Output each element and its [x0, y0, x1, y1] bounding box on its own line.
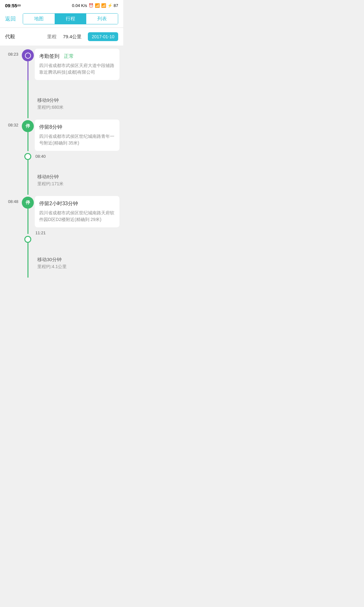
event-status-1: 正常 [64, 53, 74, 59]
event-title-3: 停留2小时33分钟 [39, 200, 115, 207]
event-card-2: 停留8分钟 四川省成都市武侯区世纪城南路青年一号附近(精确到 35米) [35, 120, 119, 151]
timeline-event-2: 08:32 停 停留8分钟 四川省成都市武侯区世纪城南路青年一号附近(精确到 3… [0, 118, 123, 169]
person-name: 代毅 [5, 34, 45, 40]
move-distance-1: 里程约:680米 [37, 105, 119, 110]
timeline-move-2: 移动8分钟 里程约:171米 [0, 169, 123, 195]
status-right: 0.04 K/s ⏰ 📶 📶 ⚡ 87 [72, 3, 118, 8]
event-card-3: 停留2小时33分钟 四川省成都市武侯区世纪城南路天府软件园D区D2楼附近(精确到… [35, 196, 119, 227]
wifi-icon: 📶 [95, 3, 100, 8]
move-content-3: 移动30分钟 里程约:4.1公里 [35, 252, 123, 278]
fingerprint-icon: ◯ [25, 52, 31, 59]
stop-node-2: 停 [22, 197, 34, 209]
time-08-23: 08:23 [3, 47, 21, 93]
tab-trip[interactable]: 行程 [55, 14, 86, 24]
infinity-icon: ∞ [17, 3, 21, 8]
top-nav: 返回 地图 行程 列表 [0, 10, 123, 28]
line-green-m1 [27, 93, 28, 118]
content-3: 停留2小时33分钟 四川省成都市武侯区世纪城南路天府软件园D区D2楼附近(精确到… [35, 195, 123, 252]
line-green-2 [27, 132, 28, 151]
battery-icon: ⚡ [107, 3, 112, 8]
timeline-event-1: 08:23 ◯ 考勤签到 正常 四川省成都市武侯区天府大道中段辅路靠近腾讯科技(… [0, 47, 123, 93]
line-col-m3 [21, 252, 35, 278]
time-08-48: 08:48 [8, 195, 18, 204]
event-title-1: 考勤签到 正常 [39, 53, 115, 60]
time-empty-2 [3, 169, 21, 195]
stop-label-2: 停 [26, 200, 30, 205]
event-address-1: 四川省成都市武侯区天府大道中段辅路靠近腾讯科技(成都)有限公司 [39, 62, 115, 76]
time-empty-3 [3, 252, 21, 278]
tab-list[interactable]: 列表 [86, 14, 118, 24]
node-small-2 [24, 236, 31, 243]
line-green-3 [27, 160, 28, 169]
line-green-5 [27, 243, 28, 252]
timeline-move-1: 移动9分钟 里程约:680米 [0, 93, 123, 118]
line-green-m3 [27, 252, 28, 278]
signal-icon: 📶 [101, 3, 106, 8]
time-08-40: 08:40 [35, 153, 119, 160]
event-card-1: 考勤签到 正常 四川省成都市武侯区天府大道中段辅路靠近腾讯科技(成都)有限公司 [35, 49, 119, 80]
move-distance-3: 里程约:4.1公里 [37, 264, 119, 270]
date-badge[interactable]: 2017-01-10 [88, 32, 118, 41]
line-col-m2 [21, 169, 35, 195]
time-11-21: 11:21 [35, 229, 119, 236]
stop-label-1: 停 [26, 123, 30, 129]
time-empty-1 [3, 93, 21, 118]
event-title-2: 停留8分钟 [39, 124, 115, 131]
node-col-3: 停 [21, 195, 35, 252]
tab-map[interactable]: 地图 [23, 14, 55, 24]
event-address-2: 四川省成都市武侯区世纪城南路青年一号附近(精确到 35米) [39, 133, 115, 146]
node-col-2: 停 [21, 118, 35, 169]
battery-level: 87 [114, 3, 118, 8]
move-duration-3: 移动30分钟 [37, 257, 119, 263]
move-content-2: 移动8分钟 里程约:171米 [35, 169, 123, 195]
mileage-value: 79.4公里 [63, 34, 82, 40]
event-address-3: 四川省成都市武侯区世纪城南路天府软件园D区D2楼附近(精确到 29米) [39, 210, 115, 223]
status-time: 09:55 [5, 3, 17, 8]
status-bar: 09:55 ∞ 0.04 K/s ⏰ 📶 📶 ⚡ 87 [0, 0, 123, 10]
network-speed: 0.04 K/s [72, 3, 87, 8]
time-08-32: 08:32 [8, 118, 18, 127]
line-purple-1 [27, 61, 28, 80]
time-col-3: 08:48 [3, 195, 21, 252]
line-col-m1 [21, 93, 35, 118]
node-small-1 [24, 153, 31, 160]
mileage-label: 里程 [47, 34, 57, 40]
move-distance-2: 里程约:171米 [37, 181, 119, 187]
timeline-event-3: 08:48 停 停留2小时33分钟 四川省成都市武侯区世纪城南路天府软件园D区D… [0, 195, 123, 252]
move-duration-2: 移动8分钟 [37, 174, 119, 180]
move-duration-1: 移动9分钟 [37, 97, 119, 103]
fingerprint-node: ◯ [22, 49, 34, 61]
clock-icon: ⏰ [88, 3, 94, 8]
move-content-1: 移动9分钟 里程约:680米 [35, 93, 123, 118]
timeline-container: 08:23 ◯ 考勤签到 正常 四川省成都市武侯区天府大道中段辅路靠近腾讯科技(… [0, 47, 123, 284]
stop-node-1: 停 [22, 120, 34, 132]
time-col-2: 08:32 [3, 118, 21, 169]
line-green-4 [27, 209, 28, 234]
content-1: 考勤签到 正常 四川省成都市武侯区天府大道中段辅路靠近腾讯科技(成都)有限公司 [35, 47, 123, 93]
line-green-m2 [27, 169, 28, 195]
content-2: 停留8分钟 四川省成都市武侯区世纪城南路青年一号附近(精确到 35米) 08:4… [35, 118, 123, 169]
line-green-1 [27, 80, 28, 93]
nav-tabs: 地图 行程 列表 [23, 13, 118, 24]
timeline-move-3: 移动30分钟 里程约:4.1公里 [0, 252, 123, 278]
info-row: 代毅 里程 79.4公里 2017-01-10 [0, 28, 123, 46]
back-button[interactable]: 返回 [5, 15, 20, 22]
node-col-1: ◯ [21, 47, 35, 93]
